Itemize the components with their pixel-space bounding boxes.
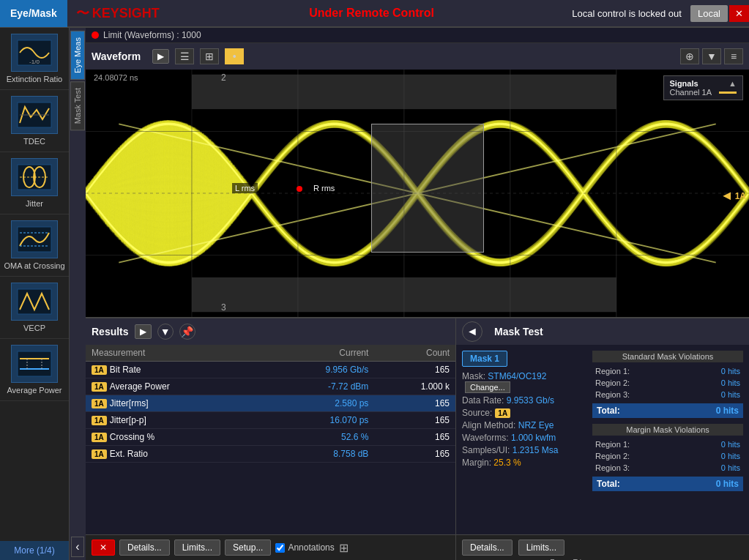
locked-out-label: Local control is locked out — [572, 8, 682, 19]
mask-1-button[interactable]: Mask 1 — [462, 351, 507, 367]
avgpower-icon — [11, 345, 58, 383]
sidebar-item-tdec[interactable]: TDEC — [0, 90, 69, 152]
results-setup-button[interactable]: Setup... — [225, 540, 271, 556]
sidebar-item-avgpower[interactable]: Average Power — [0, 339, 69, 401]
sidebar-item-vecp-label: VECP — [23, 324, 45, 332]
col-count: Count — [374, 345, 455, 362]
col-current: Current — [265, 345, 374, 362]
region-2-label: 2 — [221, 72, 226, 83]
results-scroll-down[interactable]: ▼ — [157, 324, 174, 340]
results-footer: ✕ Details... Limits... Setup... Annotati… — [86, 534, 455, 560]
cell-count: 165 — [374, 446, 455, 463]
svg-text:-1/0: -1/0 — [29, 59, 40, 65]
sidebar-item-vecp[interactable]: VECP — [0, 277, 69, 339]
table-row[interactable]: 1AExt. Ratio 8.758 dB 165 — [86, 446, 455, 463]
results-limits-button[interactable]: Limits... — [174, 540, 220, 556]
sidebar-item-jitter-label: Jitter — [26, 199, 43, 208]
more-button[interactable]: More (1/4) — [0, 541, 69, 560]
results-table: Measurement Current Count 1ABit Rate 9.9… — [86, 345, 455, 534]
oma-icon — [11, 220, 58, 258]
margin-violations-title: Margin Mask Violations — [592, 424, 743, 436]
tab-eye-meas[interactable]: Eye Meas — [70, 31, 85, 80]
align-method-val: NRZ Eye — [518, 420, 554, 430]
channel-row: Channel 1A — [670, 88, 737, 97]
data-rate-val: 9.9533 Gb/s — [507, 395, 554, 406]
annotations-label: Annotations — [288, 542, 334, 553]
margin-total-val: 0 hits — [716, 479, 739, 489]
l-rms-dot — [297, 186, 302, 192]
waveform-icon-grid[interactable]: ⊞ — [200, 48, 219, 64]
mask-region — [371, 124, 484, 253]
annotations-checkbox[interactable] — [275, 543, 285, 553]
collapse-button[interactable]: ‹ — [71, 537, 84, 557]
limit-dot — [92, 31, 99, 39]
close-button[interactable]: ✕ — [729, 5, 749, 22]
waveform-right-controls: ⊕ ▼ ≡ — [680, 48, 743, 64]
waveform-move-button[interactable]: ⊕ — [680, 48, 699, 64]
standard-total-label: Total: — [597, 406, 620, 416]
mask-back-button[interactable]: ◄ — [462, 321, 482, 342]
channel-arrow: ◄ 1A — [720, 188, 746, 204]
sidebar-item-oma[interactable]: OMA at Crossing — [0, 214, 69, 277]
violation-row: Region 2:0 hits — [592, 377, 743, 389]
waveform-title: Waveform — [92, 51, 141, 62]
limit-badge-bar: Limit (Waveforms) : 1000 — [86, 28, 749, 43]
vecp-icon — [11, 283, 58, 321]
table-row[interactable]: 1ACrossing % 52.6 % 165 — [86, 429, 455, 446]
standard-total-row: Total: 0 hits — [592, 403, 743, 418]
svg-rect-12 — [18, 351, 51, 376]
cell-count: 165 — [374, 395, 455, 412]
vertical-tabs: Eye Meas Mask Test ‹ — [70, 28, 86, 560]
sidebar-item-tdec-label: TDEC — [23, 137, 45, 146]
results-play-button[interactable]: ▶ — [135, 324, 152, 339]
table-row[interactable]: 1AJitter[p-p] 16.070 ps 165 — [86, 412, 455, 429]
waveform-panel: Waveform ▶ ☰ ⊞ • ⊕ ▼ ≡ — [86, 43, 749, 318]
cell-name: 1AJitter[rms] — [86, 395, 265, 412]
change-button[interactable]: Change... — [465, 381, 510, 393]
violation-row: Region 3:0 hits — [592, 389, 743, 400]
mask-details-button[interactable]: Details... — [462, 540, 513, 556]
keysight-logo: 〜KEYSIGHT — [67, 4, 171, 22]
waveform-icon-dot[interactable]: • — [225, 48, 244, 64]
signals-legend-title: Signals — [670, 79, 725, 88]
waveform-play-button[interactable]: ▶ — [152, 49, 169, 64]
mask-limits-button[interactable]: Limits... — [518, 540, 564, 556]
arrow-label: 1A — [735, 191, 746, 201]
sidebar-item-jitter[interactable]: Jitter — [0, 152, 69, 214]
sidebar-item-extinction[interactable]: -1/0 Extinction Ratio — [0, 28, 69, 90]
signals-expand-icon[interactable]: ▲ — [728, 79, 737, 88]
results-clear-button[interactable]: ✕ — [92, 540, 115, 556]
annotations-checkbox-area[interactable]: Annotations — [275, 542, 334, 553]
mask-content: Mask 1 Mask: STM64/OC192 Change... Data … — [456, 345, 749, 534]
table-row[interactable]: 1AAverage Power -7.72 dBm 1.000 k — [86, 378, 455, 395]
results-details-button[interactable]: Details... — [119, 540, 170, 556]
margin-val: 25.3 % — [493, 458, 521, 468]
waveform-settings-button[interactable]: ▼ — [702, 48, 721, 64]
sidebar-item-extinction-label: Extinction Ratio — [7, 75, 62, 83]
eye-mask-button[interactable]: Eye/Mask — [0, 0, 67, 27]
measurements-table: Measurement Current Count 1ABit Rate 9.9… — [86, 345, 455, 463]
violation-row: Region 2:0 hits — [592, 450, 743, 462]
local-button[interactable]: Local — [690, 5, 728, 22]
waveform-menu-button[interactable]: ≡ — [724, 48, 743, 64]
standard-violations-section: Standard Mask Violations Region 1:0 hits… — [592, 351, 743, 418]
cell-count: 165 — [374, 429, 455, 446]
standard-total-val: 0 hits — [716, 406, 739, 416]
waveform-icon-list[interactable]: ☰ — [175, 48, 194, 64]
results-pin-button[interactable]: 📌 — [179, 324, 195, 340]
cell-name: 1AJitter[p-p] — [86, 412, 265, 429]
table-row[interactable]: 1AJitter[rms] 2.580 ps 165 — [86, 395, 455, 412]
tab-mask-test[interactable]: Mask Test — [70, 81, 85, 130]
results-body: 1ABit Rate 9.956 Gb/s 165 1AAverage Powe… — [86, 362, 455, 463]
mask-header: ◄ Mask Test — [456, 318, 749, 345]
margin-total-row: Total: 0 hits — [592, 477, 743, 491]
mask-footer: Details... Limits... — [456, 534, 749, 560]
grid-icon[interactable]: ⊞ — [339, 541, 349, 555]
region-3-label: 3 — [221, 302, 226, 313]
waveforms-label: Waveforms: — [462, 433, 509, 443]
cell-count: 1.000 k — [374, 378, 455, 395]
signals-title-row: Signals ▲ — [670, 79, 737, 88]
table-row[interactable]: 1ABit Rate 9.956 Gb/s 165 — [86, 362, 455, 378]
mask-name-val: STM64/OC192 — [488, 371, 546, 381]
waveform-header: Waveform ▶ ☰ ⊞ • ⊕ ▼ ≡ — [86, 43, 749, 70]
